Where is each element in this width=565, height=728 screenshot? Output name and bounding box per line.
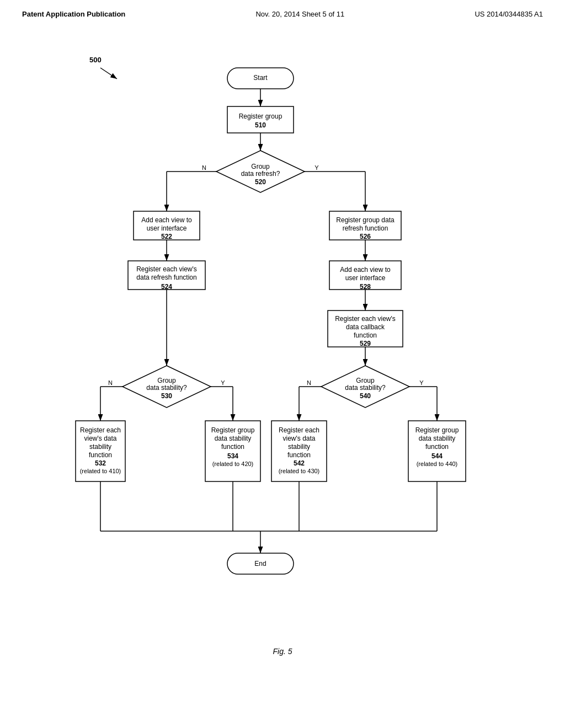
box-532-label5: 532	[95, 459, 106, 467]
box-542-label3: stability	[288, 443, 310, 451]
group-data-refresh-label2: data refresh?	[241, 170, 280, 178]
register-group-526-label1: Register group data	[336, 216, 395, 224]
box-534-label4: 534	[227, 452, 238, 460]
n-label-520: N	[202, 164, 206, 171]
box-544-label4: 544	[431, 452, 443, 460]
register-group-label1: Register group	[239, 113, 282, 120]
stability-540-label1: Group	[356, 377, 375, 384]
stability-530-label1: Group	[157, 377, 176, 384]
stability-540-label2: data stability?	[345, 384, 386, 392]
diagram-label: 500	[89, 56, 102, 64]
box-534-label2: data stability	[215, 435, 252, 442]
start-label: Start	[253, 74, 268, 82]
box-542-label5: 542	[294, 459, 305, 467]
end-label: End	[254, 560, 266, 568]
box-542-label2: view's data	[283, 435, 316, 442]
box-532-label2: view's data	[84, 435, 117, 442]
box-532-label3: stability	[89, 443, 111, 451]
add-view-528-label1: Add each view to	[340, 266, 391, 274]
box-544-label1: Register group	[415, 426, 459, 434]
register-group-526-label3: 526	[360, 233, 371, 240]
add-view-522-label2: user interface	[147, 224, 187, 232]
box-532-label1: Register each	[80, 426, 121, 434]
box-542-label4: function	[287, 451, 311, 459]
register-view-524-label2: data refresh function	[136, 274, 196, 281]
header-publication-label: Patent Application Publication	[22, 10, 125, 18]
diagram-area: 500 Start Register group 510 Group data …	[0, 24, 565, 689]
add-view-522-label3: 522	[161, 233, 172, 240]
page-header: Patent Application Publication Nov. 20, …	[0, 0, 565, 24]
add-view-522-label1: Add each view to	[141, 216, 192, 224]
box-542-label6: (related to 430)	[279, 468, 320, 474]
n-label-530: N	[108, 379, 113, 386]
header-date-sheet: Nov. 20, 2014 Sheet 5 of 11	[255, 10, 344, 18]
register-group-label2: 510	[255, 121, 266, 129]
y-label-540: Y	[419, 379, 424, 386]
y-label-520: Y	[315, 164, 319, 171]
register-view-529-label4: 529	[360, 340, 371, 347]
group-data-refresh-label1: Group	[251, 163, 270, 170]
box-544-label2: data stability	[419, 435, 456, 442]
add-view-528-label2: user interface	[345, 274, 386, 282]
box-534-label5: (related to 420)	[212, 461, 254, 467]
register-view-529-label3: function	[354, 331, 377, 339]
register-view-529-label1: Register each view's	[335, 315, 396, 323]
label-arrow	[100, 68, 117, 79]
box-532-label4: function	[89, 451, 112, 459]
n-label-540: N	[307, 379, 311, 386]
box-544-label5: (related to 440)	[417, 461, 458, 467]
flowchart-svg: 500 Start Register group 510 Group data …	[56, 35, 509, 641]
box-544-label3: function	[425, 443, 449, 451]
y-label-530: Y	[221, 379, 225, 386]
stability-530-label2: data stability?	[146, 384, 187, 392]
stability-530-label3: 530	[161, 392, 172, 400]
stability-540-label3: 540	[360, 392, 371, 400]
header-patent-number: US 2014/0344835 A1	[475, 10, 543, 18]
box-532-label6: (related to 410)	[80, 468, 121, 474]
register-view-529-label2: data callback	[346, 323, 385, 331]
box-542-label1: Register each	[279, 426, 319, 434]
box-534-label1: Register group	[211, 426, 255, 434]
group-data-refresh-label3: 520	[255, 178, 266, 186]
register-group-526-label2: refresh function	[343, 224, 388, 232]
register-view-524-label1: Register each view's	[136, 265, 197, 273]
fig-caption: Fig. 5	[0, 647, 565, 656]
box-534-label3: function	[221, 443, 244, 451]
